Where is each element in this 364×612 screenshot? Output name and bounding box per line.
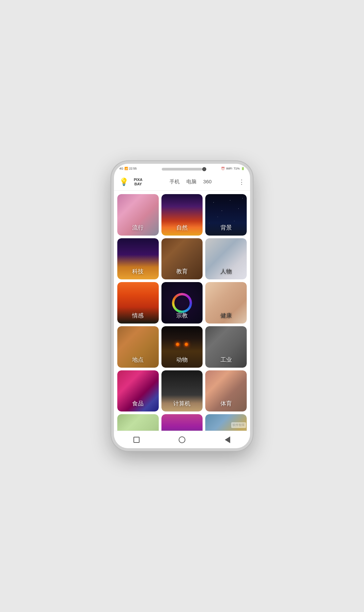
category-card-zongjiao[interactable]: 宗教 [161,282,203,324]
nav-item-360[interactable]: 360 [203,179,212,185]
category-card-qinggan[interactable]: 情感 [117,282,159,324]
watermark: 软件智库 [231,422,246,428]
category-label-keji: 科技 [132,268,144,279]
app-header: 💡 PIXA BAY 手机 电脑 360 ⋮ [114,173,250,191]
category-label-zongjiao: 宗教 [176,312,188,324]
category-label-gongye: 工业 [220,356,232,368]
bottom-navigation [114,431,250,448]
app-logo: PIXA BAY [134,178,143,186]
category-card-jisuanji[interactable]: 计算机 [161,370,203,412]
app-name-line1: PIXA [134,178,143,182]
category-card-jiaotong[interactable]: 交通运输 [117,414,159,431]
status-left: 4G 📶 22:55 [119,167,137,170]
category-card-keji[interactable]: 科技 [117,238,159,280]
card-bg-jiaotong [117,414,159,431]
owl-eye-right [185,343,188,346]
category-card-shipin[interactable]: 食品 [117,370,159,412]
category-label-tiyu: 体育 [220,400,232,411]
category-card-jiankang[interactable]: 健康 [205,282,247,324]
bulb-icon[interactable]: 💡 [119,178,128,186]
category-card-beijing[interactable]: 背景 [205,194,247,236]
signal-bars: 📶 [124,167,128,170]
category-label-jiaoyu: 教育 [176,268,188,279]
nav-back-button[interactable] [223,435,232,444]
category-label-jiankang: 健康 [220,312,232,324]
category-card-liuxing[interactable]: 流行 [117,194,159,236]
category-label-didian: 地点 [132,356,144,368]
camera [202,167,206,171]
square-icon [133,437,140,443]
category-label-ziran: 自然 [176,224,188,236]
category-grid: 流行 自然 背景 科技 教育 人物 [117,194,247,431]
category-card-tiyu[interactable]: 体育 [205,370,247,412]
battery-icon: 🔋 [241,167,245,170]
category-label-beijing: 背景 [220,224,232,236]
category-card-jiaoyu[interactable]: 教育 [161,238,203,280]
category-label-shipin: 食品 [132,400,144,411]
category-card-dongwu[interactable]: 动物 [161,326,203,368]
triangle-icon [225,436,230,443]
content-area: 流行 自然 背景 科技 教育 人物 [114,191,250,431]
circle-icon [179,436,185,443]
nav-square-button[interactable] [132,435,141,444]
category-label-liuxing: 流行 [132,224,144,236]
owl-eyes-decoration [176,343,188,346]
nav-home-button[interactable] [178,435,186,444]
nav-item-phone[interactable]: 手机 [170,179,180,185]
category-label-renwu: 人物 [220,268,232,279]
network-indicator: 4G [119,167,123,170]
data-speed: 22:55 [129,167,137,170]
alarm-icon: ⏰ [221,167,225,170]
phone-frame: 4G 📶 22:55 ⏰ WiFi 71% 🔋 💡 PIXA BAY 手机 电脑… [111,161,253,451]
category-card-lvyou[interactable]: 旅游 [161,414,203,431]
category-card-gongye[interactable]: 工业 [205,326,247,368]
owl-eye-left [176,343,179,346]
nav-item-computer[interactable]: 电脑 [186,179,196,185]
more-options-icon[interactable]: ⋮ [239,178,245,186]
category-label-jisuanji: 计算机 [173,400,190,411]
category-card-ziran[interactable]: 自然 [161,194,203,236]
category-card-renwu[interactable]: 人物 [205,238,247,280]
top-navigation: 手机 电脑 360 [148,179,233,185]
category-card-didian[interactable]: 地点 [117,326,159,368]
app-name-line2: BAY [134,182,142,186]
battery-level: 71% [234,167,240,170]
category-label-dongwu: 动物 [176,356,188,368]
card-bg-lvyou [161,414,203,431]
status-right: ⏰ WiFi 71% 🔋 [221,167,245,170]
wifi-icon: WiFi [226,167,232,170]
category-label-qinggan: 情感 [132,312,144,324]
status-bar: 4G 📶 22:55 ⏰ WiFi 71% 🔋 [114,164,250,173]
